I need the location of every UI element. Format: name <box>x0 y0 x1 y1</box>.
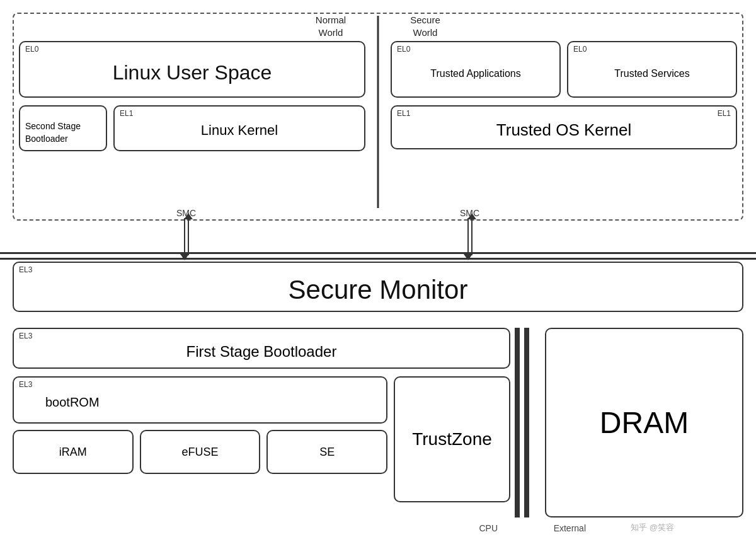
trustzone-title: TrustZone <box>412 429 492 449</box>
linux-user-space-el-label: EL0 <box>25 45 38 54</box>
first-stage-bootloader-box: EL3 First Stage Bootloader <box>13 328 510 369</box>
first-stage-title: First Stage Bootloader <box>186 343 337 361</box>
trusted-services-text: Trusted Services <box>614 68 689 79</box>
lower-row: EL3 bootROM iRAM eFUSE SE <box>13 376 510 502</box>
bootrom-box: EL3 bootROM <box>13 376 387 424</box>
secure-world-label: Secure World <box>387 14 463 38</box>
trusted-services-box: EL0 Trusted Services <box>567 41 737 98</box>
linux-user-space-box: EL0 Linux User Space <box>19 41 365 98</box>
diagram-container: Normal World Secure World EL0 Linux User… <box>0 0 756 549</box>
linux-kernel-box: EL1 Linux Kernel <box>113 105 365 151</box>
vertical-divider-bottom-right <box>524 328 529 517</box>
trusted-apps-box: EL0 Trusted Applications <box>391 41 561 98</box>
secure-monitor-title: Secure Monitor <box>289 275 468 305</box>
trusted-apps-text: Trusted Applications <box>430 68 520 79</box>
external-label: External <box>554 523 586 533</box>
dram-title: DRAM <box>600 405 689 440</box>
cpu-label: CPU <box>479 523 498 533</box>
efuse-box: eFUSE <box>140 430 261 474</box>
vertical-divider-top <box>377 16 379 208</box>
normal-world-bottom-row: Second Stage Bootloader EL1 Linux Kernel <box>19 105 365 151</box>
normal-world-section: EL0 Linux User Space Second Stage Bootlo… <box>19 41 365 151</box>
watermark: 知乎 @笑容 <box>631 522 674 533</box>
smc-left-container: SMC <box>176 208 196 255</box>
trusted-os-el-label: EL1 <box>397 109 410 118</box>
trusted-services-el-label: EL0 <box>573 45 587 54</box>
vertical-divider-bottom-left <box>515 328 520 517</box>
bootrom-el-label: EL3 <box>19 380 32 389</box>
linux-user-space-title: Linux User Space <box>113 61 272 84</box>
normal-world-label: Normal World <box>293 14 369 38</box>
first-stage-el-label: EL3 <box>19 332 32 340</box>
second-stage-text: Second Stage Bootloader <box>25 121 81 144</box>
iram-text: iRAM <box>59 446 87 459</box>
left-col: EL3 bootROM iRAM eFUSE SE <box>13 376 387 502</box>
se-box: SE <box>266 430 387 474</box>
bottom-section: EL3 First Stage Bootloader EL3 bootROM i… <box>13 328 743 536</box>
small-boxes-row: iRAM eFUSE SE <box>13 430 387 502</box>
linux-kernel-title: Linux Kernel <box>201 122 278 139</box>
cpu-area: EL3 First Stage Bootloader EL3 bootROM i… <box>13 328 510 517</box>
secure-world-section: EL0 Trusted Applications EL0 Trusted Ser… <box>391 41 737 149</box>
trusted-os-title: Trusted OS Kernel <box>496 120 631 140</box>
double-horizontal-lines <box>0 252 756 260</box>
trustzone-box: TrustZone <box>394 376 510 502</box>
secure-monitor-section: EL3 Secure Monitor <box>13 262 743 312</box>
trusted-os-kernel-box: EL1 Trusted OS Kernel EL1 <box>391 105 737 149</box>
iram-box: iRAM <box>13 430 134 474</box>
trusted-os-el-label-right: EL1 <box>718 109 731 118</box>
trusted-apps-el-label: EL0 <box>397 45 410 54</box>
trusted-row: EL0 Trusted Applications EL0 Trusted Ser… <box>391 41 737 98</box>
linux-kernel-el-label: EL1 <box>120 109 133 118</box>
efuse-text: eFUSE <box>181 446 218 459</box>
secure-monitor-el-label: EL3 <box>19 265 32 274</box>
secure-monitor-box: EL3 Secure Monitor <box>13 262 743 312</box>
bootrom-title: bootROM <box>45 395 100 410</box>
external-area: DRAM <box>545 328 743 517</box>
second-stage-bootloader-box: Second Stage Bootloader <box>19 105 107 151</box>
se-text: SE <box>319 446 335 459</box>
dram-box: DRAM <box>545 328 743 517</box>
smc-right-container: SMC <box>460 208 479 255</box>
